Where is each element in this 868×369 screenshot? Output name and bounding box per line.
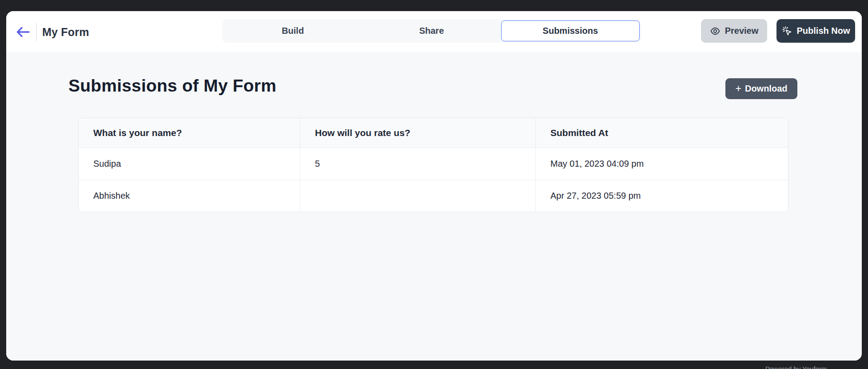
cell-rating: 5 (300, 148, 535, 180)
view-tabbar: Build Share Submissions (222, 19, 641, 43)
page-heading: Submissions of My Form (68, 76, 276, 96)
cell-submitted-at: Apr 27, 2023 05:59 pm (535, 180, 788, 212)
cell-rating (300, 180, 535, 212)
form-title: My Form (42, 26, 89, 39)
table-row: Abhishek Apr 27, 2023 05:59 pm (79, 180, 788, 212)
eye-icon (710, 26, 721, 36)
publish-now-button[interactable]: Publish Now (776, 19, 855, 43)
column-header-name: What is your name? (79, 118, 300, 148)
app-window: My Form Build Share Submissions Preview (6, 11, 862, 361)
submissions-page: Submissions of My Form + Download What i… (6, 53, 862, 361)
back-button[interactable] (14, 24, 32, 40)
cell-name: Sudipa (79, 148, 300, 180)
preview-button[interactable]: Preview (701, 19, 767, 43)
download-button-label: Download (745, 84, 788, 94)
tab-submissions[interactable]: Submissions (501, 20, 640, 41)
column-header-submitted-at: Submitted At (535, 118, 788, 148)
column-header-rating: How will you rate us? (300, 118, 535, 148)
arrow-left-icon (16, 26, 30, 38)
title-divider (36, 23, 37, 41)
top-navigation-bar: My Form Build Share Submissions Preview (6, 11, 862, 52)
tab-build[interactable]: Build (223, 20, 362, 41)
table-header-row: What is your name? How will you rate us?… (79, 118, 788, 148)
preview-button-label: Preview (725, 26, 759, 36)
cell-name: Abhishek (79, 180, 300, 212)
tab-share[interactable]: Share (362, 20, 501, 41)
cell-submitted-at: May 01, 2023 04:09 pm (535, 148, 788, 180)
cursor-click-icon (782, 26, 792, 36)
table-row: Sudipa 5 May 01, 2023 04:09 pm (79, 148, 788, 180)
publish-button-label: Publish Now (797, 26, 850, 36)
download-button[interactable]: + Download (725, 78, 797, 99)
powered-by-badge[interactable]: Powered by Youform (765, 365, 827, 369)
submissions-table: What is your name? How will you rate us?… (78, 118, 788, 212)
plus-icon: + (736, 84, 741, 94)
